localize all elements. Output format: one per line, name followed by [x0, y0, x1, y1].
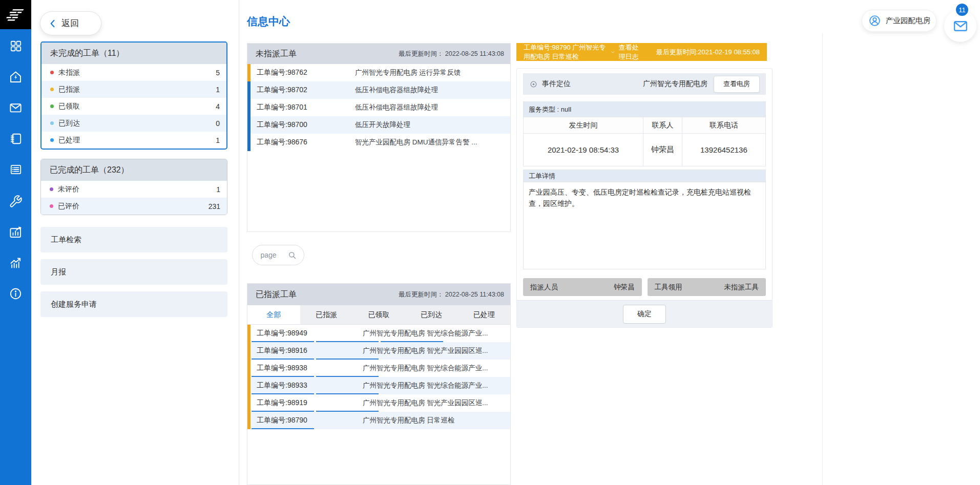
order-no: 工单编号:98762: [257, 68, 307, 77]
confirm-button[interactable]: 确定: [623, 305, 666, 324]
back-button[interactable]: 返回: [40, 11, 101, 35]
list-item[interactable]: 工单编号:98790 广州智光专用配电房 日常巡检: [247, 412, 510, 429]
order-desc: 智光产业园配电房 DMU通信异常告警 ...: [355, 138, 506, 147]
sidebar-item-worklist[interactable]: [0, 157, 31, 182]
sidebar-item-messages[interactable]: [0, 95, 31, 120]
view-log-button[interactable]: 查看处理日志: [611, 43, 643, 61]
row-marker: [247, 64, 251, 81]
user-account-button[interactable]: 产业园配电房: [862, 10, 936, 32]
page-search[interactable]: [252, 245, 304, 265]
left-panel: 返回 未完成的工单（11） 未指派 5 已指派 1 已领取 4 已到达: [31, 0, 239, 485]
phone-value: 13926452136: [682, 134, 765, 166]
row-marker: [247, 99, 251, 116]
sidebar-item-report[interactable]: [0, 220, 31, 244]
finished-orders-card[interactable]: 已完成的工单（232） 未评价 1 已评价 231: [40, 159, 227, 215]
status-count: 1: [216, 136, 220, 144]
sidebar-item-info[interactable]: [0, 281, 31, 306]
order-no: 工单编号:98676: [257, 138, 307, 147]
sidebar-item-tools[interactable]: [0, 189, 31, 214]
list-item[interactable]: 工单编号:98701 低压补偿电容器组故障处理: [247, 99, 510, 116]
view-log-label: 查看处理日志: [618, 43, 642, 61]
status-row-rated[interactable]: 已评价 231: [41, 198, 227, 215]
list-item[interactable]: 工单编号:98676 智光产业园配电房 DMU通信异常告警 ...: [247, 134, 510, 151]
col-contact: 联系人: [643, 117, 682, 134]
sidebar-item-notebook[interactable]: [0, 126, 31, 151]
search-input[interactable]: [260, 250, 284, 260]
status-dot-blue: [50, 138, 54, 142]
status-label: 已指派: [58, 85, 80, 94]
row-marker: [247, 134, 251, 151]
event-location-label: 事件定位: [542, 79, 571, 89]
menu-create-service-request[interactable]: 创建服务申请: [40, 291, 227, 317]
order-desc: 广州智光专用配电房 智光综合能源产业...: [363, 329, 506, 338]
list-item[interactable]: 工单编号:98938 广州智光专用配电房 智光综合能源产业...: [247, 360, 510, 377]
sidebar-item-apps[interactable]: [0, 34, 31, 58]
tab-processed[interactable]: 已处理: [457, 305, 510, 324]
col-phone: 联系电话: [682, 117, 765, 134]
list-item[interactable]: 工单编号:98916 广州智光专用配电房 智光产业园园区巡...: [247, 342, 510, 360]
status-label: 已评价: [58, 202, 79, 211]
status-count: 0: [216, 119, 220, 128]
assignment-bars: 指派人员 钟荣昌 工具领用 未指派工具: [523, 278, 766, 296]
report-chart-icon: [9, 225, 23, 239]
order-no: 工单编号:98938: [257, 364, 307, 373]
wrench-icon: [9, 195, 23, 208]
order-desc: 广州智光专用配电房 智光产业园园区巡...: [363, 346, 506, 355]
assignee-bar[interactable]: 指派人员 钟荣昌: [523, 278, 642, 296]
list-icon: [9, 163, 23, 176]
search-icon[interactable]: [287, 250, 297, 260]
order-details-label: 工单详情: [523, 170, 766, 182]
status-dot-red: [50, 71, 54, 74]
row-marker: [247, 377, 251, 394]
app-logo[interactable]: [0, 0, 31, 29]
status-row-unassigned[interactable]: 未指派 5: [41, 64, 226, 81]
order-no: 工单编号:98933: [257, 381, 307, 390]
list-item[interactable]: 工单编号:98762 广州智光专用配电房 运行异常反馈: [247, 64, 510, 81]
status-dot-green: [50, 104, 54, 108]
order-no: 工单编号:98701: [257, 103, 307, 112]
unassigned-panel-header: 未指派工单 最后更新时间： 2022-08-25 11:43:08: [247, 44, 510, 64]
menu-monthly-report[interactable]: 月报: [40, 259, 227, 285]
row-marker: [247, 325, 251, 342]
status-dot-pink: [50, 204, 53, 208]
page-title: 信息中心: [247, 14, 290, 29]
unread-count-badge: 11: [955, 3, 969, 17]
home-icon: [9, 70, 23, 84]
status-row-unrated[interactable]: 未评价 1: [41, 181, 227, 198]
mail-icon: [953, 18, 968, 34]
status-count: 1: [216, 86, 220, 94]
status-row-arrived[interactable]: 已到达 0: [41, 115, 226, 132]
assignee-value: 钟荣昌: [614, 283, 635, 292]
sidebar-item-statistics[interactable]: [0, 250, 31, 275]
detail-footer: 确定: [517, 300, 772, 327]
order-desc: 低压补偿电容器组故障处理: [355, 86, 506, 95]
tab-arrived[interactable]: 已到达: [405, 305, 458, 324]
list-item[interactable]: 工单编号:98919 广州智光专用配电房 智光产业园园区巡...: [247, 394, 510, 412]
order-desc: 广州智光专用配电房 日常巡检: [363, 416, 506, 425]
nav-rail: [0, 0, 31, 485]
status-row-processed[interactable]: 已处理 1: [41, 132, 226, 149]
tools-bar[interactable]: 工具领用 未指派工具: [648, 278, 766, 296]
order-no: 工单编号:98916: [257, 346, 307, 355]
status-dot-paleblue: [50, 121, 54, 125]
unfinished-orders-card[interactable]: 未完成的工单（11） 未指派 5 已指派 1 已领取 4 已到达 0: [40, 41, 227, 150]
info-icon: [9, 287, 23, 301]
sidebar-item-home[interactable]: [0, 65, 31, 89]
status-row-assigned[interactable]: 已指派 1: [41, 81, 226, 98]
tab-assigned[interactable]: 已指派: [300, 305, 353, 324]
tab-claimed[interactable]: 已领取: [352, 305, 405, 324]
list-item[interactable]: 工单编号:98702 低压补偿电容器组故障处理: [247, 81, 510, 99]
status-row-claimed[interactable]: 已领取 4: [41, 98, 226, 115]
occur-time-value: 2021-02-19 08:54:33: [524, 134, 643, 166]
row-marker: [247, 412, 251, 429]
unassigned-panel-title: 未指派工单: [256, 49, 297, 59]
list-item[interactable]: 工单编号:98933 广州智光专用配电房 智光综合能源产业...: [247, 377, 510, 394]
chevron-left-icon: [48, 18, 58, 29]
view-room-button[interactable]: 查看电房: [714, 76, 760, 93]
status-dot-purple: [50, 187, 53, 191]
list-item[interactable]: 工单编号:98700 低压开关故障处理: [247, 116, 510, 134]
list-item[interactable]: 工单编号:98949 广州智光专用配电房 智光综合能源产业...: [247, 325, 510, 342]
menu-order-search[interactable]: 工单检索: [40, 227, 227, 252]
tools-label: 工具领用: [655, 283, 682, 292]
tab-all[interactable]: 全部: [247, 305, 300, 324]
